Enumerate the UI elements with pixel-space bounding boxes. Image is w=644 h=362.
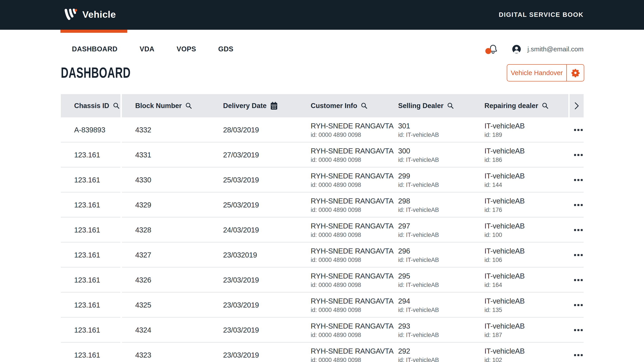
cell-selling-dealer: 298 id: IT-vehicleAB bbox=[398, 197, 439, 213]
scroll-columns-button[interactable] bbox=[570, 94, 584, 117]
cell-block-number: 4325 bbox=[135, 301, 151, 309]
cell-customer-info: RYH-SNEDE RANGAVTA id: 0000 4890 0098 bbox=[311, 222, 394, 238]
cell-chassis-id: 123.161 bbox=[74, 226, 100, 234]
cell-delivery-date: 23/03/2019 bbox=[223, 326, 259, 334]
dashboard-page: Vehicle DIGITAL SERVICE BOOK DASHBOARD V… bbox=[0, 0, 644, 362]
app-header-bar: Vehicle DIGITAL SERVICE BOOK bbox=[0, 0, 644, 30]
ellipsis-icon bbox=[574, 129, 576, 131]
cell-selling-dealer: 296 id: IT-vehicleAB bbox=[398, 247, 439, 263]
table-row[interactable]: 123.161 4325 23/03/2019 RYH-SNEDE RANGAV… bbox=[61, 292, 584, 317]
column-header-block-number[interactable]: Block Number bbox=[135, 94, 192, 117]
search-icon bbox=[113, 102, 120, 109]
cell-block-number: 4327 bbox=[135, 251, 151, 259]
digital-service-book-label: DIGITAL SERVICE BOOK bbox=[499, 11, 584, 18]
cell-delivery-date: 25/03/2019 bbox=[223, 201, 259, 209]
vehicles-table: Chassis ID Block Number Delivery Date bbox=[61, 94, 584, 362]
cell-customer-info: RYH-SNEDE RANGAVTA id: 0000 4890 0098 bbox=[311, 172, 394, 188]
table-row[interactable]: A-839893 4332 28/03/2019 RYH-SNEDE RANGA… bbox=[61, 117, 584, 142]
notifications-button[interactable] bbox=[488, 44, 498, 55]
row-actions-button[interactable] bbox=[573, 127, 584, 133]
row-actions-button[interactable] bbox=[573, 152, 584, 158]
notification-badge bbox=[485, 48, 491, 54]
ellipsis-icon bbox=[574, 354, 576, 356]
table-row[interactable]: 123.161 4328 24/03/2019 RYH-SNEDE RANGAV… bbox=[61, 217, 584, 242]
cell-delivery-date: 28/03/2019 bbox=[223, 126, 259, 134]
column-header-delivery-date[interactable]: Delivery Date bbox=[223, 94, 278, 117]
table-row[interactable]: 123.161 4329 25/03/2019 RYH-SNEDE RANGAV… bbox=[61, 192, 584, 217]
gear-icon bbox=[571, 68, 580, 78]
column-header-chassis-id[interactable]: Chassis ID bbox=[74, 94, 120, 117]
table-body: A-839893 4332 28/03/2019 RYH-SNEDE RANGA… bbox=[61, 117, 584, 362]
app-logo[interactable]: Vehicle bbox=[64, 8, 116, 21]
row-actions-button[interactable] bbox=[573, 352, 584, 358]
handover-settings-button[interactable] bbox=[567, 65, 584, 81]
cell-repairing-dealer: IT-vehicleAB id: 100 bbox=[484, 222, 525, 238]
column-header-repairing-dealer[interactable]: Repairing dealer bbox=[484, 94, 549, 117]
cell-chassis-id: 123.161 bbox=[74, 201, 100, 209]
cell-block-number: 4328 bbox=[135, 226, 151, 234]
column-header-customer-info[interactable]: Customer Info bbox=[311, 94, 368, 117]
main-nav: DASHBOARD VDA VOPS GDS bbox=[72, 43, 234, 56]
cell-customer-info: RYH-SNEDE RANGAVTA id: 0000 4890 0098 bbox=[311, 247, 394, 263]
cell-customer-info: RYH-SNEDE RANGAVTA id: 0000 4890 0098 bbox=[311, 197, 394, 213]
table-row[interactable]: 123.161 4326 23/03/2019 RYH-SNEDE RANGAV… bbox=[61, 267, 584, 292]
ellipsis-icon bbox=[574, 179, 576, 181]
ellipsis-icon bbox=[574, 229, 576, 231]
calendar-icon bbox=[270, 101, 278, 110]
row-actions-button[interactable] bbox=[573, 177, 584, 183]
cell-delivery-date: 23/03/2019 bbox=[223, 351, 259, 359]
ellipsis-icon bbox=[574, 204, 576, 206]
cell-block-number: 4326 bbox=[135, 276, 151, 284]
table-header-row: Chassis ID Block Number Delivery Date bbox=[61, 94, 584, 117]
user-email[interactable]: j.smith@email.com bbox=[527, 45, 584, 53]
row-actions-button[interactable] bbox=[573, 227, 584, 233]
cell-repairing-dealer: IT-vehicleAB id: 135 bbox=[484, 297, 525, 313]
ellipsis-icon bbox=[574, 329, 576, 331]
table-row[interactable]: 123.161 4330 25/03/2019 RYH-SNEDE RANGAV… bbox=[61, 167, 584, 192]
cell-selling-dealer: 297 id: IT-vehicleAB bbox=[398, 222, 439, 238]
nav-item-dashboard[interactable]: DASHBOARD bbox=[72, 43, 118, 56]
cell-delivery-date: 24/03/2019 bbox=[223, 226, 259, 234]
search-icon bbox=[542, 102, 549, 109]
vehicle-handover-button-group: Vehicle Handover bbox=[507, 64, 584, 82]
cell-repairing-dealer: IT-vehicleAB id: 164 bbox=[484, 272, 525, 288]
cell-chassis-id: 123.161 bbox=[74, 151, 100, 159]
cell-chassis-id: 123.161 bbox=[74, 276, 100, 284]
cell-repairing-dealer: IT-vehicleAB id: 187 bbox=[484, 322, 525, 338]
nav-item-vda[interactable]: VDA bbox=[140, 43, 154, 56]
cell-repairing-dealer: IT-vehicleAB id: 186 bbox=[484, 147, 525, 163]
cell-selling-dealer: 294 id: IT-vehicleAB bbox=[398, 297, 439, 313]
page-title: DASHBOARD bbox=[61, 64, 130, 81]
search-icon bbox=[185, 102, 192, 109]
table-row[interactable]: 123.161 4324 23/03/2019 RYH-SNEDE RANGAV… bbox=[61, 317, 584, 342]
column-header-selling-dealer[interactable]: Selling Dealer bbox=[398, 94, 454, 117]
app-title: Vehicle bbox=[82, 9, 116, 20]
search-icon bbox=[447, 102, 454, 109]
cell-customer-info: RYH-SNEDE RANGAVTA id: 0000 4890 0098 bbox=[311, 272, 394, 288]
cell-chassis-id: A-839893 bbox=[74, 126, 105, 134]
row-actions-button[interactable] bbox=[573, 302, 584, 308]
user-avatar-icon[interactable] bbox=[512, 45, 521, 54]
cell-block-number: 4331 bbox=[135, 151, 151, 159]
row-actions-button[interactable] bbox=[573, 327, 584, 333]
row-actions-button[interactable] bbox=[573, 277, 584, 283]
cell-chassis-id: 123.161 bbox=[74, 251, 100, 259]
cell-chassis-id: 123.161 bbox=[74, 301, 100, 309]
cell-repairing-dealer: IT-vehicleAB id: 176 bbox=[484, 197, 525, 213]
brand-w-icon bbox=[64, 8, 78, 21]
chevron-right-icon bbox=[574, 102, 580, 110]
table-row[interactable]: 123.161 4327 23/032019 RYH-SNEDE RANGAVT… bbox=[61, 242, 584, 267]
active-tab-indicator bbox=[60, 30, 127, 33]
vehicle-handover-button[interactable]: Vehicle Handover bbox=[507, 65, 566, 81]
table-row[interactable]: 123.161 4331 27/03/2019 RYH-SNEDE RANGAV… bbox=[61, 142, 584, 167]
table-row[interactable]: 123.161 4323 23/03/2019 RYH-SNEDE RANGAV… bbox=[61, 342, 584, 362]
row-actions-button[interactable] bbox=[573, 202, 584, 208]
cell-selling-dealer: 293 id: IT-vehicleAB bbox=[398, 322, 439, 338]
row-actions-button[interactable] bbox=[573, 252, 584, 258]
ellipsis-icon bbox=[574, 254, 576, 256]
cell-customer-info: RYH-SNEDE RANGAVTA id: 0000 4890 0098 bbox=[311, 122, 394, 138]
user-area: j.smith@email.com bbox=[488, 43, 584, 56]
cell-block-number: 4329 bbox=[135, 201, 151, 209]
nav-item-vops[interactable]: VOPS bbox=[176, 43, 196, 56]
nav-item-gds[interactable]: GDS bbox=[218, 43, 234, 56]
